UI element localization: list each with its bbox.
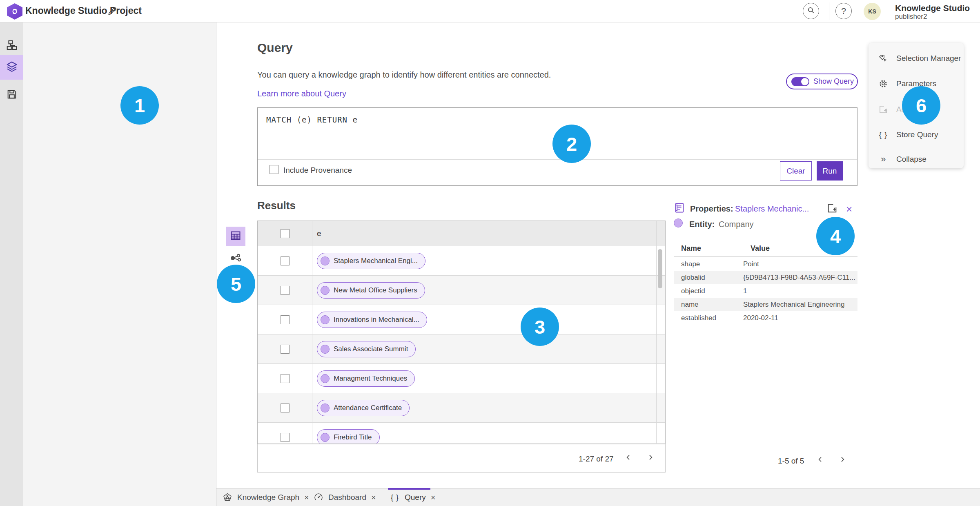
entity-pill[interactable]: New Metal Office Suppliers [317,282,425,299]
layers-icon [6,60,18,74]
toggle-switch[interactable] [791,77,809,86]
menu-item-selection-manager[interactable]: Selection Manager [869,50,964,67]
entity-pill[interactable]: Managment Techniques [317,370,415,387]
row-checkbox[interactable] [281,315,290,324]
knowledge-graph-icon [223,493,232,502]
table-row[interactable]: Staplers Mechanical Engi... [258,246,665,276]
entity-pill[interactable]: Firebird Title [317,429,380,444]
include-provenance-checkbox[interactable] [270,165,278,174]
braces-icon: { } [878,130,888,140]
expand-panel-button[interactable]: » [0,496,23,506]
query-description: You can query a knowledge graph to ident… [257,70,551,80]
edit-title-icon[interactable] [107,6,118,18]
table-row[interactable]: Attendance Certificate [258,393,665,423]
save-icon [6,89,18,102]
row-checkbox[interactable] [281,433,290,442]
column-header-e[interactable]: e [317,229,321,238]
query-code-text[interactable]: MATCH (e) RETURN e [266,115,358,124]
step-badge-1: 1 [120,86,159,125]
search-button[interactable] [803,3,819,19]
sidebar-item-layers-active[interactable] [0,55,23,80]
chevron-right-icon [839,456,846,464]
table-row[interactable]: Sales Associate Summit [258,334,665,364]
results-pagination: 1-27 of 27 [579,455,614,464]
close-tab-icon[interactable]: × [304,493,309,502]
entity-dot [321,286,330,295]
include-provenance-label: Include Provenance [283,166,352,175]
double-chevron-right-icon: » [878,154,888,164]
prop-prev-page-button[interactable] [813,453,827,467]
tab-query-active[interactable]: { } Query × [390,488,435,506]
prop-row: shapePoint [674,257,858,271]
properties-entity-link[interactable]: Staplers Mechanic... [735,204,809,214]
tab-dashboard[interactable]: Dashboard × [314,488,376,506]
row-checkbox[interactable] [281,403,290,412]
entity-dot [321,315,330,324]
table-row[interactable]: Innovations in Mechanical... [258,305,665,334]
close-properties-icon[interactable]: × [846,203,852,216]
row-checkbox[interactable] [281,256,290,265]
user-name[interactable]: Knowledge Studio [895,3,970,13]
prop-row: nameStaplers Mechanical Engineering [674,298,858,311]
step-badge-6: 6 [902,86,940,125]
table-icon [230,230,241,243]
scrollbar-thumb[interactable] [658,249,662,288]
entity-pill[interactable]: Attendance Certificate [317,400,410,416]
entity-pill[interactable]: Innovations in Mechanical... [317,312,427,328]
gear-icon [878,79,888,89]
query-heading: Query [257,41,293,55]
menu-item-store-query[interactable]: { } Store Query [869,127,964,143]
results-table: e Staplers Mechanical Engi... New Metal … [257,221,666,444]
entity-pill[interactable]: Sales Associate Summit [317,341,416,357]
add-to-new-icon[interactable] [826,203,838,216]
row-checkbox[interactable] [281,345,290,354]
clear-button[interactable]: Clear [780,161,812,181]
select-all-checkbox[interactable] [281,229,290,238]
close-tab-icon[interactable]: × [431,493,436,502]
entity-type-dot [674,218,683,227]
entity-type-value: Company [719,220,754,229]
prop-row: established2020-02-11 [674,311,858,325]
entity-label: Entity: [689,220,715,229]
sidebar-item-save[interactable] [0,83,23,107]
close-tab-icon[interactable]: × [371,493,376,502]
prop-footer-rule [674,447,858,447]
app-logo-icon[interactable] [7,3,22,20]
help-button[interactable]: ? [835,3,852,19]
step-badge-2: 2 [552,125,591,163]
entity-dot [321,433,330,442]
table-view-button[interactable] [226,227,245,246]
sidebar-item-data-model[interactable] [0,34,23,58]
learn-more-link[interactable]: Learn more about Query [257,89,346,98]
scrollbar-track [656,221,657,444]
avatar[interactable]: KS [864,3,881,20]
toggle-knob [801,78,808,85]
table-row[interactable]: New Metal Office Suppliers [258,276,665,305]
entity-dot [321,403,330,412]
row-checkbox[interactable] [281,286,290,295]
table-row[interactable]: Managment Techniques [258,364,665,393]
user-role: publisher2 [895,13,927,21]
row-checkbox[interactable] [281,374,290,383]
run-button[interactable]: Run [817,161,843,181]
next-page-button[interactable] [644,451,657,465]
bottom-tab-bar: Knowledge Graph × Dashboard × { } Query … [216,488,980,506]
query-contents-panel [23,22,216,506]
tab-knowledge-graph[interactable]: Knowledge Graph × [223,488,309,506]
braces-icon: { } [390,493,400,502]
show-query-toggle[interactable]: Show Query [786,74,858,89]
chevron-right-icon [647,454,654,462]
menu-item-collapse[interactable]: » Collapse [869,151,964,167]
link-chart-view-button[interactable] [229,252,243,265]
search-icon [807,6,815,16]
step-badge-4: 4 [816,217,855,255]
prop-next-page-button[interactable] [835,453,849,467]
results-table-header: e [258,221,665,246]
prev-page-button[interactable] [621,451,635,465]
prop-row: objectid1 [674,284,858,298]
table-row[interactable]: Firebird Title [258,423,665,444]
prop-row: globalid{5D9B4713-F98D-4A53-A59F-C11... [674,271,858,284]
page-title: Knowledge Studio Project [25,5,142,16]
prop-col-name: Name [681,244,701,253]
entity-pill[interactable]: Staplers Mechanical Engi... [317,253,425,269]
